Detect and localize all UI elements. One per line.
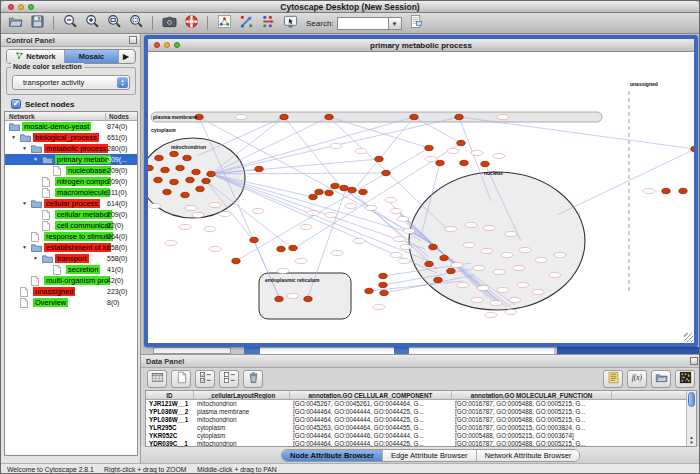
graph-node[interactable] xyxy=(207,171,215,176)
graph-node[interactable] xyxy=(289,245,297,250)
network-graph[interactable]: plasma membranecytoplasmmitochondrionnuc… xyxy=(148,52,694,343)
matrix-view-button[interactable] xyxy=(675,370,695,388)
tab-network-attribute-browser[interactable]: Network Attribute Browser xyxy=(477,450,580,461)
close-button[interactable] xyxy=(154,42,160,48)
network-view-window[interactable]: primary metabolic process plasma membran… xyxy=(144,35,698,347)
expander-icon[interactable]: ▼ xyxy=(22,242,27,253)
graph-node[interactable] xyxy=(375,156,383,161)
snapshot-camera-button[interactable] xyxy=(160,15,178,32)
tree-row[interactable]: ▼primary metabo209(... xyxy=(5,154,137,165)
unselect-attributes-button[interactable] xyxy=(219,370,239,388)
link-monitor-button[interactable] xyxy=(281,15,299,32)
graph-node[interactable] xyxy=(429,244,437,249)
tree-row[interactable]: ▼transport558(0) xyxy=(5,253,137,264)
graph-node[interactable] xyxy=(679,188,687,193)
table-row[interactable]: YPL036W__1mitochondrion[GO:0044464, GO:0… xyxy=(146,416,696,424)
graph-node[interactable] xyxy=(379,282,387,287)
tab-network[interactable]: Network xyxy=(7,50,65,63)
column-header[interactable]: annotation.GO MOLECULAR_FUNCTION xyxy=(452,391,612,399)
graph-node[interactable] xyxy=(304,296,312,301)
graph-node[interactable] xyxy=(325,190,333,195)
graph-node[interactable] xyxy=(277,246,285,251)
graph-node[interactable] xyxy=(440,255,448,260)
graph-node[interactable] xyxy=(192,169,200,174)
graph-node[interactable] xyxy=(365,288,373,293)
tree-row[interactable]: cellular metabol209(0) xyxy=(5,209,137,220)
graph-node[interactable] xyxy=(379,273,387,278)
graph-node[interactable] xyxy=(154,177,162,182)
graph-node[interactable] xyxy=(280,114,288,119)
graph-node[interactable] xyxy=(202,178,210,183)
search-input[interactable] xyxy=(337,17,389,30)
float-panel-icon[interactable] xyxy=(129,36,137,44)
tree-row[interactable]: nucleobase-209(0) xyxy=(5,165,137,176)
tab-scroll-arrow[interactable]: ▶ xyxy=(119,50,133,63)
graph-node[interactable] xyxy=(148,165,153,170)
resize-grip[interactable] xyxy=(684,333,693,342)
function-builder-button[interactable]: f(x) xyxy=(627,370,647,388)
tab-mosaic[interactable]: Mosaic xyxy=(65,50,119,63)
save-button[interactable] xyxy=(28,15,46,32)
maximize-button[interactable] xyxy=(28,4,34,10)
graph-node[interactable] xyxy=(691,146,694,151)
tree-row[interactable]: ▼biological_process651(0) xyxy=(5,132,137,143)
window-titlebar[interactable]: Cytoscape Desktop (New Session) xyxy=(1,1,699,13)
network-canvas[interactable]: plasma membranecytoplasmmitochondrionnuc… xyxy=(148,52,694,343)
network-overview-button[interactable] xyxy=(215,15,233,32)
select-nodes-checkbox[interactable]: ✓ xyxy=(11,99,21,109)
layout-xy-button[interactable] xyxy=(237,15,255,32)
expander-icon[interactable]: ▼ xyxy=(11,132,16,143)
graph-node[interactable] xyxy=(455,114,463,119)
tree-row[interactable]: ▼establishment of lo558(0) xyxy=(5,242,137,253)
select-attributes-button[interactable] xyxy=(195,370,215,388)
zoom-out-button[interactable] xyxy=(61,15,79,32)
expander-icon[interactable]: ▼ xyxy=(22,198,27,209)
tree-row[interactable]: nitrogen compo209(0) xyxy=(5,176,137,187)
graph-node[interactable] xyxy=(315,189,323,194)
tree-row[interactable]: ▼metabolic process280(0) xyxy=(5,143,137,154)
tree-column-nodes[interactable]: Nodes xyxy=(105,113,129,121)
tree-row[interactable]: Overview8(0) xyxy=(5,297,137,308)
graph-node[interactable] xyxy=(425,261,433,266)
scroll-down-icon[interactable]: ▼ xyxy=(689,440,693,445)
tree-row[interactable]: unassigned223(0) xyxy=(5,286,137,297)
search-dropdown-button[interactable]: ▼ xyxy=(389,17,402,30)
graph-node[interactable] xyxy=(382,170,390,175)
graph-node[interactable] xyxy=(325,114,333,119)
minimize-button[interactable] xyxy=(164,42,170,48)
delete-attribute-button[interactable] xyxy=(243,370,263,388)
node-color-dropdown[interactable]: transporter activity ▲▼ xyxy=(12,75,130,90)
graph-node[interactable] xyxy=(481,161,489,166)
graph-node[interactable] xyxy=(410,114,418,119)
attribute-list-button[interactable] xyxy=(603,370,623,388)
graph-node[interactable] xyxy=(275,296,283,301)
zoom-in-button[interactable] xyxy=(83,15,101,32)
graph-node[interactable] xyxy=(425,145,433,150)
layout-attribute-button[interactable] xyxy=(259,15,277,32)
graph-node[interactable] xyxy=(447,268,455,273)
tab-edge-attribute-browser[interactable]: Edge Attribute Browser xyxy=(383,450,477,461)
graph-node[interactable] xyxy=(359,189,367,194)
tree-row[interactable]: multi-organism pro42(0) xyxy=(5,275,137,286)
expander-icon[interactable]: ▼ xyxy=(22,143,27,154)
graph-node[interactable] xyxy=(163,189,171,194)
tree-row[interactable]: response to stimulu264(0) xyxy=(5,231,137,242)
graph-node[interactable] xyxy=(170,151,178,156)
expander-icon[interactable]: ▼ xyxy=(33,154,38,165)
graph-node[interactable] xyxy=(181,192,189,197)
graph-node[interactable] xyxy=(186,177,194,182)
graph-node[interactable] xyxy=(348,187,356,192)
scrollbar-thumb[interactable] xyxy=(688,392,695,407)
graph-node[interactable] xyxy=(155,155,163,160)
graph-node[interactable] xyxy=(232,258,240,263)
select-all-attributes-button[interactable] xyxy=(147,370,167,388)
column-header[interactable]: annotation.GO CELLULAR_COMPONENT xyxy=(290,391,452,399)
float-panel-icon[interactable] xyxy=(690,357,698,365)
graph-node[interactable] xyxy=(183,155,191,160)
close-button[interactable] xyxy=(8,4,14,10)
graph-node[interactable] xyxy=(196,186,204,191)
zoom-fit-button[interactable] xyxy=(105,15,123,32)
open-folder-button[interactable] xyxy=(6,15,24,32)
tree-row[interactable]: mosaic-demo-yeast874(0) xyxy=(5,121,137,132)
attribute-import-button[interactable] xyxy=(407,15,425,32)
